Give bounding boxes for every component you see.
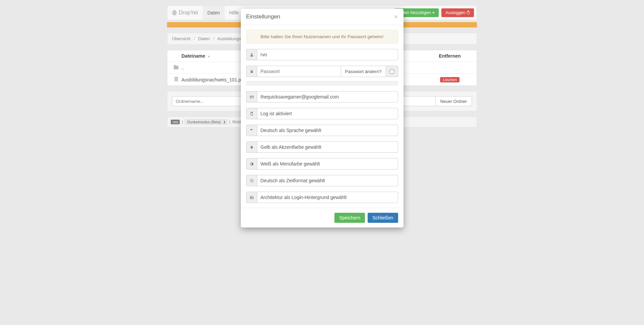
- loginbg-select[interactable]: Architektur als Login-Hintergrund gewähl…: [257, 192, 398, 203]
- clock-icon: [246, 175, 257, 186]
- modal-overlay: Einstellungen × Bitte halten Sie Ihren N…: [0, 0, 644, 325]
- tint-icon: [246, 141, 257, 153]
- user-icon: [246, 49, 257, 60]
- mail-icon: [246, 91, 257, 103]
- svg-rect-4: [251, 112, 252, 113]
- change-password-checkbox-input[interactable]: [390, 69, 394, 74]
- timeformat-select[interactable]: Deutsch als Zeitformat gewählt: [257, 175, 398, 186]
- save-button[interactable]: Speichern: [334, 213, 365, 223]
- log-select[interactable]: Log ist aktiviert: [257, 108, 398, 119]
- language-select[interactable]: Deutsch als Sprache gewählt: [257, 125, 398, 136]
- lock-icon: [246, 66, 257, 77]
- flag-icon: [246, 125, 257, 136]
- password-input[interactable]: [257, 66, 341, 77]
- password-strength-bar: [246, 81, 398, 86]
- settings-modal: Einstellungen × Bitte halten Sie Ihren N…: [241, 9, 404, 227]
- modal-title: Einstellungen: [246, 13, 280, 20]
- username-input[interactable]: [257, 49, 398, 60]
- close-button[interactable]: Schließen: [368, 213, 398, 223]
- svg-rect-7: [250, 196, 253, 199]
- modal-close-button[interactable]: ×: [394, 13, 398, 20]
- svg-point-0: [251, 53, 252, 55]
- contrast-icon: [246, 158, 257, 170]
- menu-color-select[interactable]: Weiß als Menüfarbe gewählt: [257, 158, 398, 170]
- accent-select[interactable]: Gelb als Akzentfarbe gewählt: [257, 141, 398, 153]
- image-icon: [246, 192, 257, 203]
- modal-alert: Bitte halten Sie Ihren Nutzernamen und I…: [246, 30, 398, 44]
- email-input[interactable]: [257, 91, 398, 103]
- clipboard-icon: [246, 108, 257, 119]
- change-password-button[interactable]: Passwort ändern?: [341, 66, 386, 77]
- change-password-checkbox[interactable]: [386, 66, 398, 77]
- svg-rect-1: [251, 71, 253, 73]
